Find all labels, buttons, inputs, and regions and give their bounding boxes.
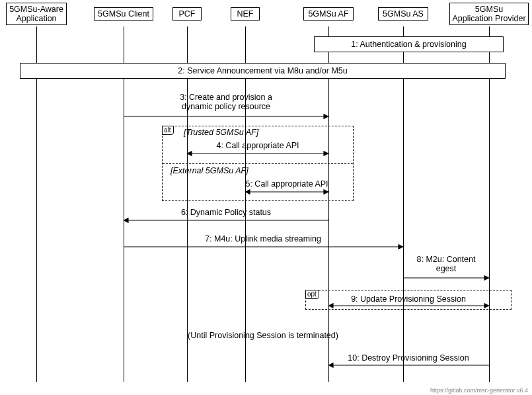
participant-pcf: PCF [172,7,202,21]
participant-label: 5GMSuApplication Provider [452,5,525,23]
participant-af: 5GMSu AF [303,7,354,21]
alt-divider [163,163,353,164]
lifeline-nef [245,26,246,382]
msg2-box: 2: Service Announcement via M8u and/or M… [20,63,506,79]
participant-label: 5GMSu-AwareApplication [9,5,63,23]
msg7-label: 7: M4u: Uplink media streaming [205,234,321,243]
participant-app: 5GMSu-AwareApplication [6,3,67,25]
msg5-label: 5: Call appropriate API [245,179,328,189]
msg1-box: 1: Authentication & provisioning [314,36,504,52]
participant-provider: 5GMSuApplication Provider [449,3,529,25]
participant-label: 5GMSu AS [383,9,424,19]
participant-as: 5GMSu AS [378,7,428,21]
msg8-label: 8: M2u: Contentegest [417,255,476,273]
participant-label: 5GMSu AF [308,9,348,19]
opt-label: opt [305,290,319,299]
loop-note: (Until Provisioning Session is terminate… [188,331,338,340]
alt-guard2: [External 5GMSu AF] [171,166,248,175]
lifeline-app [36,26,37,382]
participant-label: 5GMSu Client [98,9,149,19]
alt-fragment: alt [Trusted 5GMSu AF] [External 5GMSu A… [162,126,354,201]
alt-guard1: [Trusted 5GMSu AF] [184,128,258,137]
lifeline-af [328,26,329,382]
generator-credit: https://gitlab.com/msc-generator v6.4 [430,387,528,394]
lifeline-client [124,26,124,382]
participant-label: NEF [237,9,254,19]
participant-client: 5GMSu Client [94,7,153,21]
participant-label: PCF [179,9,196,19]
participant-nef: NEF [231,7,260,21]
alt-label: alt [162,126,174,135]
msg9-label: 9: Update Provisioning Session [351,294,466,304]
lifeline-pcf [187,26,188,382]
msg4-label: 4: Call appropriate API [216,141,299,150]
msg1-label: 1: Authentication & provisioning [351,40,466,49]
msg3-label: 3: Create and provision adynamic policy … [180,93,272,111]
msg10-label: 10: Destroy Provisioning Session [348,353,469,363]
lifeline-provider [489,26,490,382]
msg6-label: 6: Dynamic Policy status [181,208,271,217]
sequence-diagram: 5GMSu-AwareApplication 5GMSu Client PCF … [0,0,532,395]
lifeline-as [403,26,404,382]
msg2-label: 2: Service Announcement via M8u and/or M… [178,66,347,75]
